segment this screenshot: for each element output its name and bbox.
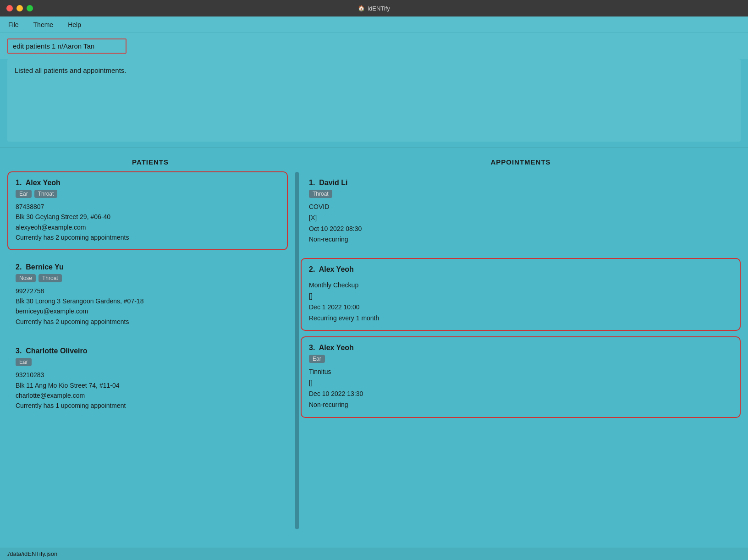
command-input[interactable]	[7, 38, 126, 54]
patient-tags-3: Ear	[16, 358, 280, 366]
appt-info-2: Monthly Checkup [] Dec 1 2022 10:00 Recu…	[309, 280, 732, 324]
appointments-panel: APPOINTMENTS 1. David Li Throat COVID [X…	[301, 154, 748, 548]
menu-help[interactable]: Help	[65, 19, 84, 30]
patient-address-2: Blk 30 Lorong 3 Serangoon Gardens, #07-1…	[16, 296, 280, 306]
patients-scroll[interactable]: 1. Alex Yeoh Ear Throat 87438807 Blk 30 …	[7, 171, 293, 548]
patients-header: PATIENTS	[7, 154, 293, 171]
patient-address-1: Blk 30 Geylang Street 29, #06-40	[16, 212, 280, 222]
status-bar: ./data/idENTify.json	[0, 548, 748, 560]
appt-recurrence-1: Non-recurring	[309, 234, 732, 245]
patient-info-3: 93210283 Blk 11 Ang Mo Kio Street 74, #1…	[16, 370, 280, 411]
appt-tags-3: Ear	[309, 355, 732, 363]
appt-recurrence-3: Non-recurring	[309, 400, 732, 411]
appt-tag-ear-3: Ear	[309, 355, 325, 363]
maximize-button[interactable]	[27, 5, 33, 11]
appt-marks-3: []	[309, 378, 732, 389]
patient-address-3: Blk 11 Ang Mo Kio Street 74, #11-04	[16, 380, 280, 390]
menu-file[interactable]: File	[6, 19, 22, 30]
tag-ear-1: Ear	[16, 190, 32, 198]
appt-recurrence-2: Recurring every 1 month	[309, 313, 732, 324]
tag-nose-2: Nose	[16, 274, 36, 282]
patient-phone-3: 93210283	[16, 370, 280, 380]
tag-ear-3: Ear	[16, 358, 32, 366]
output-text: Listed all patients and appointments.	[15, 66, 126, 74]
appt-info-3: Tinnitus [] Dec 10 2022 13:30 Non-recurr…	[309, 367, 732, 410]
appointments-header: APPOINTMENTS	[301, 154, 741, 171]
app-title: 🏠 idENTify	[358, 5, 390, 12]
patient-appt-count-2: Currently has 2 upcoming appointments	[16, 317, 280, 327]
appt-tag-throat-1: Throat	[309, 190, 332, 198]
patient-info-2: 99272758 Blk 30 Lorong 3 Serangoon Garde…	[16, 286, 280, 327]
tag-throat-2: Throat	[38, 274, 62, 282]
patient-appt-count-1: Currently has 2 upcoming appointments	[16, 232, 280, 242]
patient-card-3[interactable]: 3. Charlotte Oliveiro Ear 93210283 Blk 1…	[7, 340, 288, 418]
patient-email-3: charlotte@example.com	[16, 390, 280, 401]
menu-bar: File Theme Help	[0, 16, 748, 33]
patient-info-1: 87438807 Blk 30 Geylang Street 29, #06-4…	[16, 202, 280, 243]
appt-marks-1: [X]	[309, 213, 732, 224]
appt-name-3: 3. Alex Yeoh	[309, 344, 732, 352]
patients-panel: PATIENTS 1. Alex Yeoh Ear Throat 8743880…	[0, 154, 293, 548]
appt-datetime-2: Dec 1 2022 10:00	[309, 302, 732, 313]
main-divider	[0, 147, 748, 148]
appt-name-1: 1. David Li	[309, 179, 732, 187]
appt-reason-3: Tinnitus	[309, 367, 732, 378]
patient-tags-1: Ear Throat	[16, 190, 280, 198]
app-icon: 🏠	[358, 5, 365, 11]
window-controls	[6, 5, 33, 11]
tag-throat-1: Throat	[34, 190, 58, 198]
status-text: ./data/idENTify.json	[6, 550, 57, 557]
patient-card-1[interactable]: 1. Alex Yeoh Ear Throat 87438807 Blk 30 …	[7, 171, 288, 250]
patient-appt-count-3: Currently has 1 upcoming appointment	[16, 401, 280, 411]
patient-phone-1: 87438807	[16, 202, 280, 212]
appt-marks-2: []	[309, 291, 732, 302]
minimize-button[interactable]	[16, 5, 23, 11]
appt-card-2[interactable]: 2. Alex Yeoh Monthly Checkup [] Dec 1 20…	[301, 258, 741, 331]
appt-card-1[interactable]: 1. David Li Throat COVID [X] Oct 10 2022…	[301, 171, 741, 253]
output-area: Listed all patients and appointments.	[7, 59, 741, 142]
appt-tags-1: Throat	[309, 190, 732, 198]
command-area	[0, 33, 748, 59]
patient-tags-2: Nose Throat	[16, 274, 280, 282]
appt-card-3[interactable]: 3. Alex Yeoh Ear Tinnitus [] Dec 10 2022…	[301, 336, 741, 417]
appt-info-1: COVID [X] Oct 10 2022 08:30 Non-recurrin…	[309, 202, 732, 245]
appt-reason-2: Monthly Checkup	[309, 280, 732, 291]
panel-divider	[295, 172, 299, 529]
appt-datetime-1: Oct 10 2022 08:30	[309, 224, 732, 235]
appt-reason-1: COVID	[309, 202, 732, 213]
patient-email-1: alexyeoh@example.com	[16, 222, 280, 232]
patient-name-1: 1. Alex Yeoh	[16, 179, 280, 187]
patient-card-2[interactable]: 2. Bernice Yu Nose Throat 99272758 Blk 3…	[7, 256, 288, 335]
patient-email-2: berniceyu@example.com	[16, 306, 280, 316]
appointments-scroll[interactable]: 1. David Li Throat COVID [X] Oct 10 2022…	[301, 171, 741, 548]
patient-name-2: 2. Bernice Yu	[16, 263, 280, 271]
main-panels: PATIENTS 1. Alex Yeoh Ear Throat 8743880…	[0, 154, 748, 548]
appt-name-2: 2. Alex Yeoh	[309, 265, 732, 274]
title-bar: 🏠 idENTify	[0, 0, 748, 16]
patient-name-3: 3. Charlotte Oliveiro	[16, 347, 280, 355]
patient-phone-2: 99272758	[16, 286, 280, 296]
menu-theme[interactable]: Theme	[31, 19, 56, 30]
close-button[interactable]	[6, 5, 13, 11]
appt-datetime-3: Dec 10 2022 13:30	[309, 389, 732, 400]
